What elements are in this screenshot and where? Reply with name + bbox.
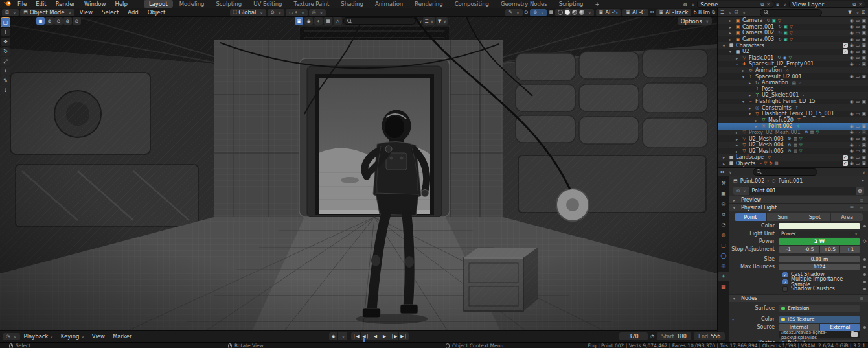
- filter-funnel-dropdown[interactable]: ▼∨: [436, 17, 448, 25]
- select-set-mode[interactable]: ◼: [36, 17, 45, 25]
- tab-sculpting[interactable]: Sculpting: [211, 0, 247, 8]
- collapse-icon[interactable]: ▾: [749, 111, 754, 116]
- collection-checkbox[interactable]: ✓: [843, 49, 848, 54]
- scene-selector[interactable]: Scene ⧉ ✕: [697, 1, 773, 8]
- expand-icon[interactable]: ▸: [736, 149, 741, 154]
- outliner-display-mode-icon[interactable]: ☰: [720, 10, 724, 15]
- chevron-down-icon[interactable]: ∨: [863, 170, 865, 174]
- shadow-caustics-checkbox[interactable]: [782, 286, 788, 292]
- new-collection-icon[interactable]: ⊞: [862, 10, 865, 15]
- mis-checkbox[interactable]: ✓: [782, 279, 788, 284]
- animate-dot-icon[interactable]: [863, 258, 866, 261]
- size-slider[interactable]: 0.01 m: [779, 256, 860, 262]
- outliner-row[interactable]: ▸▦Landscape▽✓◉▭▣: [718, 154, 868, 161]
- menu-view-timeline[interactable]: View: [88, 333, 109, 340]
- disable-viewport-icon[interactable]: ▭: [856, 99, 860, 104]
- menu-view[interactable]: View: [76, 9, 97, 16]
- annotate-dropdown[interactable]: ✎∨: [505, 9, 522, 16]
- constraints-tab-icon[interactable]: ◎: [718, 261, 729, 271]
- light-type-area[interactable]: Area: [831, 213, 863, 221]
- physics-tab-icon[interactable]: ◯: [718, 251, 729, 261]
- hide-viewport-icon[interactable]: ◉: [850, 136, 854, 141]
- list-icon[interactable]: ☰: [850, 205, 854, 211]
- disable-viewport-icon[interactable]: ▭: [856, 37, 860, 42]
- object-tab-icon[interactable]: ▢: [718, 240, 729, 250]
- move-tool[interactable]: ✥: [1, 38, 10, 46]
- tab-uv-editing[interactable]: UV Editing: [248, 0, 287, 8]
- hide-viewport-icon[interactable]: ◉: [850, 55, 854, 60]
- hide-viewport-icon[interactable]: ◉: [850, 30, 854, 36]
- tab-modeling[interactable]: Modeling: [174, 0, 210, 8]
- disable-render-icon[interactable]: ▣: [862, 130, 866, 135]
- play-reverse-button[interactable]: ◀: [371, 332, 380, 340]
- folder-icon[interactable]: [851, 332, 858, 337]
- proportional-edit-button[interactable]: ◎∨: [309, 9, 326, 16]
- expand-icon[interactable]: ▾: [732, 317, 734, 321]
- new-view-layer-icon[interactable]: ⧉: [852, 2, 856, 7]
- hide-viewport-icon[interactable]: ◉: [850, 37, 854, 42]
- hide-viewport-icon[interactable]: ◉: [850, 130, 854, 135]
- animate-dot-icon[interactable]: [863, 225, 866, 227]
- annotate-tool[interactable]: ✎: [1, 76, 10, 85]
- disable-viewport-icon[interactable]: ▭: [856, 136, 860, 141]
- outliner-row[interactable]: ▸▽Flask.001↻◉▽◉▭▣: [718, 55, 868, 62]
- outliner-row-selected[interactable]: ▸✳Point.002✳◉▭▣: [718, 123, 868, 130]
- disable-render-icon[interactable]: ▣: [862, 43, 866, 48]
- menu-help[interactable]: Help: [110, 1, 131, 7]
- tab-shading[interactable]: Shading: [336, 0, 369, 8]
- expand-icon[interactable]: ▸: [729, 37, 735, 41]
- object-data-tab-icon[interactable]: ✳: [718, 272, 729, 281]
- jump-to-start-button[interactable]: ❘◀: [351, 332, 360, 340]
- expand-icon[interactable]: ▸: [729, 25, 735, 29]
- outliner-scenes-icon[interactable]: ⛁: [735, 10, 738, 15]
- add-workspace-button[interactable]: +: [589, 0, 604, 8]
- select-invert-mode[interactable]: ⊗: [63, 17, 72, 25]
- expand-icon[interactable]: ▸: [729, 18, 735, 23]
- panel-physical-light[interactable]: ▾Physical Light☰≡: [729, 203, 868, 211]
- menu-select[interactable]: Select: [98, 9, 122, 16]
- light-type-sun[interactable]: Sun: [767, 213, 799, 221]
- link-icon[interactable]: ⚯: [650, 10, 654, 15]
- menu-window[interactable]: Window: [80, 1, 111, 7]
- hide-viewport-icon[interactable]: ◉: [850, 155, 854, 160]
- disable-viewport-icon[interactable]: ▭: [856, 155, 860, 160]
- hide-viewport-icon[interactable]: ◉: [850, 161, 854, 166]
- outliner-search-input[interactable]: [760, 9, 822, 16]
- outliner-row[interactable]: ▾▽Flashlight_Fenix_LD_15_001◉▭▣: [718, 111, 868, 117]
- expand-icon[interactable]: ▸: [749, 106, 754, 110]
- expand-icon[interactable]: ▸: [736, 130, 741, 135]
- outliner-row[interactable]: ▸▣Camera.003↻▣▽◉▭▣: [718, 36, 868, 43]
- disable-viewport-icon[interactable]: ▭: [856, 148, 860, 154]
- outliner-row[interactable]: ▸▽U2_Mesh.003⚙▥▽◉▭▣: [718, 135, 868, 142]
- expand-icon[interactable]: ▸: [749, 80, 754, 85]
- rotate-tool[interactable]: ↻: [1, 47, 10, 56]
- material-shading-icon[interactable]: [572, 10, 577, 15]
- af-c-button[interactable]: ▣AF-C: [622, 9, 648, 16]
- collapse-icon[interactable]: ▾: [736, 62, 741, 66]
- render-region-icon[interactable]: ⧉: [712, 10, 715, 15]
- outliner-row[interactable]: ▸▣Camera.001↻▣▽◉▭▣: [718, 24, 868, 30]
- keying-set-dropdown[interactable]: ∨: [338, 332, 347, 340]
- tab-rendering[interactable]: Rendering: [409, 0, 448, 8]
- disable-viewport-icon[interactable]: ▭: [856, 43, 860, 48]
- datablock-name-field[interactable]: Point.001: [749, 187, 856, 195]
- restriction-toggle-icon[interactable]: ▣: [295, 17, 303, 25]
- scene-tab-icon[interactable]: ◔: [718, 220, 729, 229]
- hide-viewport-icon[interactable]: ◉: [850, 43, 854, 48]
- disable-render-icon[interactable]: ▣: [862, 124, 866, 129]
- outliner-row[interactable]: ▸ϒU2_Skelet.001⌐: [718, 92, 868, 99]
- outliner-row[interactable]: ▾ϒSpacesuit_U2.001◉▭▣: [718, 73, 868, 80]
- disable-render-icon[interactable]: ▣: [862, 155, 866, 160]
- hide-viewport-icon[interactable]: ◉: [850, 74, 854, 79]
- panel-preview[interactable]: ▸Preview≡: [729, 196, 868, 203]
- disable-render-icon[interactable]: ▣: [862, 74, 866, 79]
- world-tab-icon[interactable]: ◍: [718, 230, 729, 240]
- expand-icon[interactable]: ▸: [749, 93, 754, 97]
- select-extend-mode[interactable]: ⊕: [45, 17, 54, 25]
- menu-edit[interactable]: Edit: [31, 1, 51, 7]
- expand-icon[interactable]: ▸: [729, 30, 735, 35]
- animate-dot-icon[interactable]: [863, 281, 866, 283]
- outliner-row[interactable]: ▾▦Characters✓◉▭▣: [718, 42, 868, 49]
- frame-start-field[interactable]: Start180: [657, 332, 691, 340]
- disable-viewport-icon[interactable]: ▭: [856, 130, 860, 135]
